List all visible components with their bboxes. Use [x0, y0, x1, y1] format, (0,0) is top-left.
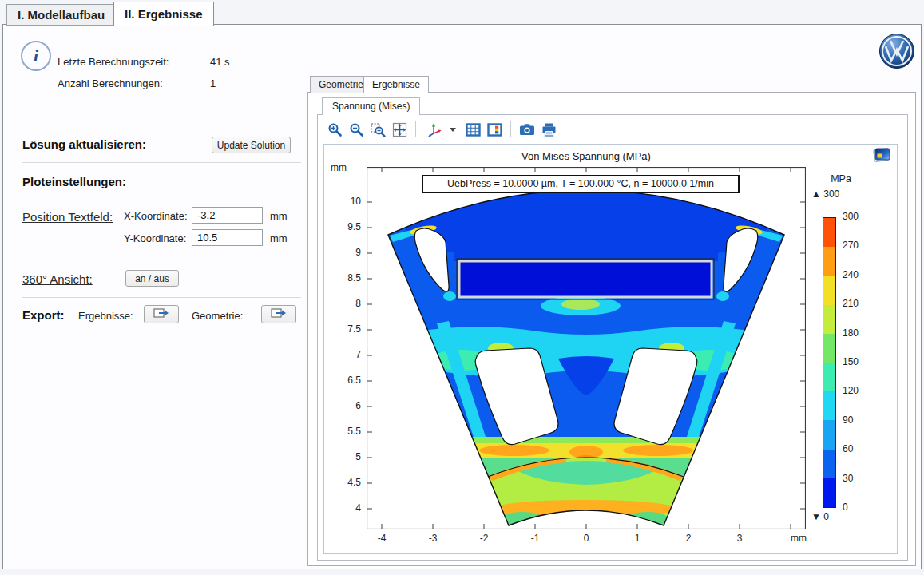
- last-computation-value: 41 s: [210, 56, 230, 68]
- colorbar-tick: 120: [843, 385, 859, 396]
- toolbar-separator: [510, 121, 511, 137]
- x-unit-label: mm: [270, 210, 288, 222]
- plot-window-icon: [872, 146, 893, 167]
- computation-count-value: 1: [210, 77, 216, 89]
- tab-spannung-mises[interactable]: Spannung (Mises): [322, 97, 420, 115]
- view-360-label: 360° Ansicht:: [22, 272, 93, 286]
- x-tick: 0: [570, 533, 602, 544]
- y-tick: 5: [326, 451, 361, 462]
- view-360-toggle-button[interactable]: an / aus: [125, 270, 179, 287]
- y-tick: 8: [326, 298, 361, 309]
- plot-annotation: UebPress = 10.0000 µm, T = 100.000 °C, n…: [422, 175, 740, 193]
- y-tick: 9.5: [326, 221, 361, 232]
- colorbar-tick: 30: [843, 473, 853, 484]
- divider: [22, 297, 301, 298]
- colorbar-tick: 60: [843, 443, 853, 454]
- export-heading: Export:: [22, 308, 65, 322]
- update-solution-button[interactable]: Update Solution: [212, 137, 291, 153]
- export-geometry-button[interactable]: [261, 305, 296, 323]
- tab-modellaufbau[interactable]: I. Modellaufbau: [6, 4, 116, 26]
- x-coordinate-label: X-Koordinate:: [124, 210, 188, 222]
- print-icon[interactable]: [539, 120, 558, 139]
- show-legend-icon[interactable]: [485, 120, 504, 139]
- colorbar-tick: 240: [843, 269, 859, 280]
- y-tick: 9: [326, 247, 361, 258]
- colorbar-tick: 180: [843, 327, 859, 339]
- y-tick: 5.5: [326, 426, 361, 437]
- snapshot-icon[interactable]: [518, 120, 537, 139]
- y-axis-unit: mm: [331, 162, 347, 173]
- colorbar-max-marker: ▲ 300: [811, 188, 839, 200]
- y-tick: 7: [326, 349, 361, 360]
- x-tick: 2: [672, 533, 704, 544]
- plot-settings-heading: Ploteinstellungen:: [22, 175, 126, 188]
- x-tick: 1: [621, 533, 653, 544]
- colorbar-tick: 90: [843, 414, 853, 426]
- volkswagen-logo: [878, 33, 915, 69]
- colorbar-tick: 150: [843, 356, 859, 367]
- zoom-box-icon[interactable]: [368, 120, 387, 139]
- chevron-down-icon[interactable]: [450, 128, 456, 132]
- export-icon: [271, 307, 287, 319]
- export-results-label: Ergebnisse:: [78, 310, 133, 322]
- colorbar-tick: 270: [843, 240, 859, 251]
- x-tick: -3: [417, 533, 449, 544]
- text-position-label: Position Textfeld:: [22, 210, 113, 224]
- x-axis-unit: mm: [783, 533, 815, 544]
- y-tick: 8.5: [326, 272, 361, 284]
- y-tick: 7.5: [326, 323, 361, 335]
- y-unit-label: mm: [270, 232, 288, 244]
- colorbar-tick: 0: [843, 502, 848, 513]
- colorbar-tick: 300: [843, 211, 859, 222]
- colorbar-unit: MPa: [813, 173, 869, 184]
- tab-ergebnisse[interactable]: II. Ergebnisse: [113, 2, 214, 26]
- zoom-out-icon[interactable]: [347, 120, 366, 139]
- plot-title: Von Mises Spannung (MPa): [367, 150, 806, 162]
- export-geometry-label: Geometrie:: [192, 310, 243, 322]
- y-coordinate-input[interactable]: [192, 229, 263, 246]
- zoom-extents-icon[interactable]: [390, 120, 409, 139]
- x-coordinate-input[interactable]: [192, 207, 263, 224]
- y-tick: 6: [326, 400, 361, 411]
- show-grid-icon[interactable]: [463, 120, 482, 139]
- colorbar-tick: 210: [843, 298, 859, 309]
- y-tick: 4.5: [326, 477, 361, 488]
- toolbar-separator: [415, 121, 416, 137]
- y-tick: 4: [326, 502, 361, 514]
- info-icon: i: [21, 41, 51, 71]
- plot-graphics-area[interactable]: Von Mises Spannung (MPa): [323, 144, 898, 554]
- tab-ergebnisse-inner[interactable]: Ergebnisse: [363, 76, 429, 93]
- plot-toolbar: [325, 119, 558, 140]
- colorbar-gradient: [823, 217, 836, 508]
- von-mises-contour-plot[interactable]: [367, 167, 806, 529]
- x-tick: 3: [724, 533, 755, 544]
- divider: [22, 162, 301, 163]
- computation-count-label: Anzahl Berechnungen:: [58, 77, 163, 89]
- y-tick: 6.5: [326, 375, 361, 386]
- export-icon: [153, 307, 169, 319]
- export-results-button[interactable]: [144, 305, 179, 323]
- zoom-in-icon[interactable]: [325, 120, 344, 139]
- x-tick: -4: [366, 533, 398, 544]
- y-coordinate-label: Y-Koordinate:: [124, 232, 186, 244]
- last-computation-label: Letzte Berechnungszeit:: [58, 56, 169, 68]
- update-solution-label: Lösung aktualisieren:: [22, 137, 146, 151]
- x-tick: -2: [468, 533, 500, 544]
- y-tick: 10: [326, 196, 361, 207]
- x-tick: -1: [519, 533, 551, 544]
- view-orientation-icon[interactable]: [422, 120, 446, 139]
- colorbar-min-marker: ▼ 0: [811, 511, 829, 522]
